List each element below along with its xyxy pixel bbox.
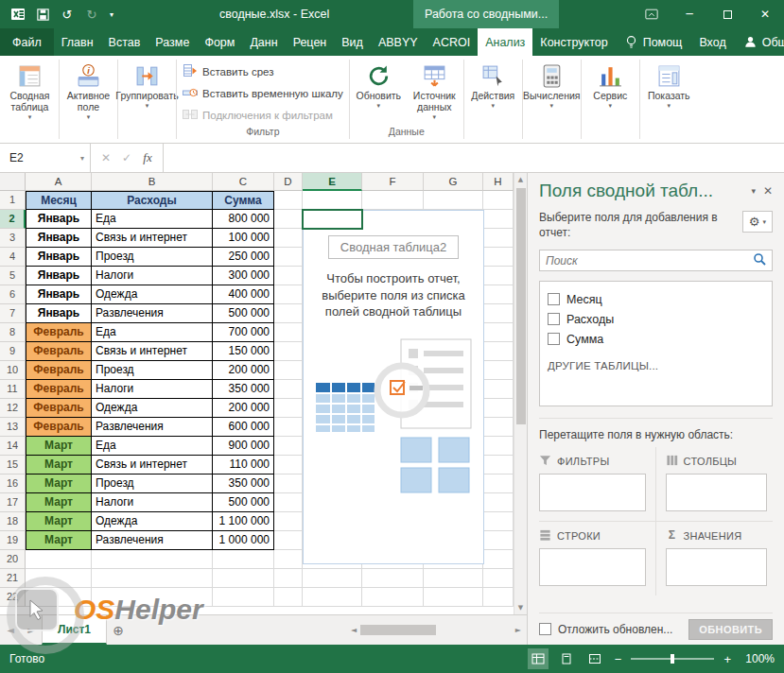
save-icon[interactable] — [32, 4, 53, 25]
cell-A9[interactable]: Февраль — [26, 342, 92, 361]
cell-D7[interactable] — [274, 304, 303, 323]
cell-C6[interactable]: 400 000 — [213, 285, 274, 304]
cell-C14[interactable]: 900 000 — [213, 437, 274, 456]
cell-H21[interactable] — [483, 569, 514, 588]
cell-B4[interactable]: Проезд — [92, 248, 213, 267]
cell-H15[interactable] — [483, 456, 514, 475]
select-all-corner[interactable] — [0, 173, 26, 191]
cell-B9[interactable]: Связь и интернет — [92, 342, 213, 361]
tab-acroi[interactable]: ACROI — [426, 28, 479, 56]
cell-C22[interactable] — [213, 588, 274, 607]
search-input[interactable] — [546, 254, 753, 267]
cell-B13[interactable]: Развлечения — [92, 418, 213, 437]
cell-F1[interactable] — [362, 191, 424, 210]
cell-B18[interactable]: Одежда — [92, 512, 213, 531]
more-tables-link[interactable]: ДРУГИЕ ТАБЛИЦЫ... — [548, 360, 764, 371]
column-header-C[interactable]: C — [213, 173, 274, 191]
cell-D15[interactable] — [274, 456, 303, 475]
tab-разме[interactable]: Разме — [148, 28, 197, 56]
cell-D14[interactable] — [274, 437, 303, 456]
row-header-2[interactable]: 2 — [0, 210, 26, 229]
cell-H4[interactable] — [483, 248, 514, 267]
ribbon-button-show[interactable]: Показать▾ — [642, 59, 696, 110]
tab-анализ[interactable]: Анализ — [478, 28, 532, 56]
cell-A15[interactable]: Март — [26, 456, 92, 475]
vertical-scroll-thumb[interactable] — [516, 188, 526, 424]
customize-quick-access-icon[interactable]: ▾ — [106, 4, 117, 25]
horizontal-scrollbar[interactable]: ◄ ► — [347, 615, 527, 645]
cell-H2[interactable] — [483, 210, 514, 229]
row-header-14[interactable]: 14 — [0, 437, 26, 456]
maximize-icon[interactable] — [708, 0, 746, 28]
ribbon-button-timeline[interactable]: Вставить временную шкалу — [179, 83, 347, 103]
cell-A20[interactable] — [26, 550, 92, 569]
pivot-table-placeholder[interactable]: Сводная таблица2 Чтобы построить отчет, … — [303, 210, 484, 564]
cell-H8[interactable] — [483, 323, 514, 342]
ribbon-button-actions[interactable]: Действия▾ — [466, 59, 520, 110]
cell-A1[interactable]: Месяц — [26, 191, 92, 210]
name-box[interactable]: E2 ▾ — [0, 144, 91, 172]
excel-logo-icon[interactable] — [8, 4, 28, 25]
cell-D10[interactable] — [274, 361, 303, 380]
row-header-17[interactable]: 17 — [0, 493, 26, 512]
column-header-E[interactable]: E — [303, 173, 362, 191]
field-item-расходы[interactable]: Расходы — [548, 309, 764, 329]
redo-icon[interactable]: ↻ — [81, 4, 102, 25]
scroll-right-icon[interactable]: ► — [512, 626, 525, 634]
area-dropzone-rows[interactable] — [539, 548, 646, 586]
cell-B3[interactable]: Связь и интернет — [92, 229, 213, 248]
cell-D20[interactable] — [274, 550, 303, 569]
tab-форм[interactable]: Форм — [197, 28, 242, 56]
cell-C7[interactable]: 500 000 — [213, 304, 274, 323]
cell-C8[interactable]: 700 000 — [213, 323, 274, 342]
minimize-icon[interactable]: ─ — [671, 0, 708, 28]
cell-D18[interactable] — [274, 512, 303, 531]
cell-A11[interactable]: Февраль — [26, 380, 92, 399]
cell-C12[interactable]: 200 000 — [213, 399, 274, 418]
tab-главн[interactable]: Главн — [54, 28, 101, 56]
cell-H5[interactable] — [483, 267, 514, 285]
cell-C19[interactable]: 1 000 000 — [213, 531, 274, 550]
cell-B21[interactable] — [92, 569, 213, 588]
cell-D19[interactable] — [274, 531, 303, 550]
horizontal-scroll-thumb[interactable] — [360, 625, 436, 635]
zoom-slider-thumb[interactable] — [671, 654, 674, 664]
cell-D6[interactable] — [274, 285, 303, 304]
cell-A13[interactable]: Февраль — [26, 418, 92, 437]
contextual-tab-group-title[interactable]: Работа со сводными... — [413, 0, 559, 28]
insert-function-icon[interactable]: fx — [138, 150, 157, 165]
cell-B6[interactable]: Одежда — [92, 285, 213, 304]
tab-abbyy[interactable]: ABBYY — [371, 28, 426, 56]
cell-A2[interactable]: Январь — [26, 210, 92, 229]
column-header-D[interactable]: D — [274, 173, 303, 191]
close-icon[interactable]: ✕ — [746, 0, 784, 28]
cell-C10[interactable]: 200 000 — [213, 361, 274, 380]
search-box[interactable] — [539, 250, 773, 271]
cell-A19[interactable]: Март — [26, 531, 92, 550]
ribbon-button-connections[interactable]: Подключения к фильтрам — [179, 105, 347, 125]
column-header-A[interactable]: A — [26, 173, 92, 191]
cell-B5[interactable]: Налоги — [92, 267, 213, 285]
cell-G21[interactable] — [424, 569, 483, 588]
cell-C15[interactable]: 110 000 — [213, 456, 274, 475]
pane-options-icon[interactable]: ▾ — [743, 186, 763, 196]
row-header-16[interactable]: 16 — [0, 475, 26, 493]
cell-B11[interactable]: Налоги — [92, 380, 213, 399]
cancel-entry-icon[interactable]: ✕ — [96, 151, 115, 164]
tab-right-вход[interactable]: Вход — [690, 28, 734, 56]
column-header-B[interactable]: B — [92, 173, 213, 191]
cell-B19[interactable]: Развлечения — [92, 531, 213, 550]
row-header-4[interactable]: 4 — [0, 248, 26, 267]
cell-H22[interactable] — [483, 588, 514, 607]
cell-E1[interactable] — [303, 191, 362, 210]
ribbon-button-data-source[interactable]: Источник данных▾ — [408, 59, 462, 121]
ribbon-button-refresh[interactable]: Обновить▾ — [352, 59, 406, 110]
zoom-in-button[interactable]: + — [722, 652, 733, 666]
field-checkbox-месяц[interactable] — [548, 293, 560, 305]
cell-D9[interactable] — [274, 342, 303, 361]
cell-H16[interactable] — [483, 475, 514, 493]
row-header-13[interactable]: 13 — [0, 418, 26, 437]
area-dropzone-sigma[interactable] — [666, 548, 768, 586]
ribbon-button-pivot-table[interactable]: Сводная таблица▾ — [3, 59, 57, 121]
cell-H9[interactable] — [483, 342, 514, 361]
